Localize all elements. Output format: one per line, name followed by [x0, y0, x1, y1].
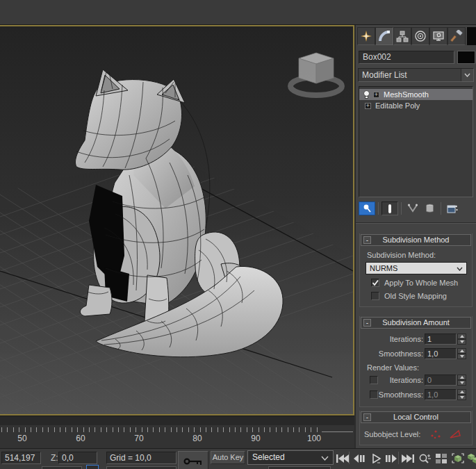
rollout-title: Local Control — [393, 413, 438, 421]
modifier-list-dropdown[interactable]: Modifier List — [358, 68, 474, 82]
zoom-extents-all-icon — [466, 452, 476, 464]
frame-label: 70 — [134, 434, 143, 443]
iterations-label: Iterations: — [390, 335, 423, 343]
status-bar: 514,197 Z: 0,0 Grid = 10,0 Auto Key Sele… — [0, 448, 476, 469]
status-second-row-field — [42, 466, 82, 469]
subobject-edge-icon[interactable] — [448, 429, 462, 439]
checkbox-unchecked[interactable] — [370, 376, 378, 384]
lightbulb-icon[interactable] — [363, 90, 370, 99]
smoothness-field[interactable]: 1,0 — [425, 348, 457, 359]
rollout-header[interactable]: - Local Control — [361, 411, 471, 423]
show-end-result-button[interactable] — [381, 201, 398, 215]
zoom-extents-button[interactable] — [450, 452, 466, 464]
modifier-name: MeshSmooth — [384, 90, 429, 99]
next-frame-icon — [385, 454, 397, 463]
frame-label: 80 — [192, 434, 202, 443]
iterations-spinner[interactable] — [457, 334, 466, 345]
object-name-field[interactable]: Box002 — [359, 51, 454, 64]
render-smoothness-field[interactable]: 1,0 — [425, 389, 457, 400]
previous-frame-button[interactable] — [352, 452, 367, 464]
old-style-mapping-row[interactable]: Old Style Mapping — [363, 289, 469, 302]
checkbox-unchecked[interactable] — [371, 292, 379, 300]
rollout-subdivision-amount: - Subdivision Amount Iterations: 1 Smoot… — [359, 316, 473, 407]
tab-utilities[interactable] — [448, 27, 466, 45]
play-button[interactable] — [368, 452, 384, 464]
checkbox-label: Old Style Mapping — [384, 292, 447, 300]
tab-create[interactable] — [357, 27, 375, 45]
collapse-icon[interactable]: - — [363, 413, 371, 421]
modify-icon — [378, 30, 391, 42]
status-second-row-toggle — [86, 465, 99, 469]
iterations-row: Iterations: 1 — [363, 332, 469, 347]
divider — [349, 452, 350, 464]
fox-model[interactable] — [76, 69, 284, 357]
render-smoothness-spinner[interactable] — [457, 389, 466, 400]
tab-motion[interactable] — [411, 27, 429, 45]
zoom-all-icon — [435, 453, 448, 464]
stack-row-editable-poly[interactable]: + Editable Poly — [359, 100, 473, 111]
stack-row-meshsmooth[interactable]: + MeshSmooth — [359, 89, 473, 100]
make-unique-button[interactable] — [404, 201, 421, 215]
checkbox-checked[interactable] — [371, 279, 379, 287]
viewcube[interactable] — [290, 53, 342, 95]
nurms-value: NURMS — [370, 264, 397, 272]
grid-size-field: Grid = 10,0 — [106, 452, 177, 464]
zoom-all-button[interactable] — [434, 452, 449, 464]
track-bar[interactable] — [0, 415, 354, 425]
collapse-icon[interactable]: - — [363, 236, 371, 244]
expand-icon[interactable]: + — [373, 92, 379, 98]
chevron-down-icon — [321, 456, 329, 461]
nurms-dropdown[interactable]: NURMS — [366, 262, 467, 274]
set-keys-button[interactable] — [178, 451, 208, 469]
apply-whole-mesh-row[interactable]: Apply To Whole Mesh — [363, 276, 469, 289]
subobject-vertex-icon[interactable] — [430, 429, 443, 439]
status-second-row-field — [268, 466, 331, 469]
trash-icon — [425, 204, 434, 214]
go-to-end-button[interactable] — [400, 452, 416, 464]
rollout-header[interactable]: - Subdivision Method — [361, 234, 471, 246]
zoom-icon — [418, 453, 432, 464]
auto-key-button[interactable]: Auto Key — [211, 451, 245, 464]
modifier-name: Editable Poly — [375, 101, 420, 110]
method-label: Subdivision Method: — [363, 251, 469, 259]
remove-modifier-button[interactable] — [421, 201, 438, 215]
modifier-stack[interactable]: + MeshSmooth + Editable Poly — [359, 86, 473, 197]
timeline-ruler[interactable]: 50 60 70 80 90 100 — [0, 425, 354, 448]
selection-filter-dropdown[interactable]: Selected — [247, 450, 334, 465]
zoom-extents-all-button[interactable] — [466, 452, 476, 464]
object-color-swatch[interactable] — [457, 51, 475, 64]
render-smoothness-label: Smoothness: — [379, 390, 423, 399]
tab-hierarchy[interactable] — [393, 27, 411, 45]
coordinate-z-field[interactable]: 0,0 — [58, 452, 97, 464]
viewport-canvas[interactable] — [0, 26, 353, 414]
motion-icon — [414, 30, 427, 42]
perspective-viewport[interactable] — [0, 25, 354, 415]
iterations-field[interactable]: 1 — [425, 334, 457, 345]
coordinate-x-field[interactable]: 514,197 — [1, 452, 41, 464]
tab-display[interactable] — [429, 27, 448, 45]
collapse-icon[interactable]: - — [363, 319, 371, 327]
render-iterations-field[interactable]: 0 — [425, 375, 457, 386]
divider — [441, 202, 441, 215]
subobject-level-label: Subobject Level: — [363, 430, 420, 438]
hierarchy-icon — [396, 30, 409, 42]
z-label: Z: — [51, 453, 58, 463]
render-iterations-label: Iterations: — [390, 376, 423, 384]
previous-frame-icon — [353, 454, 366, 463]
pin-icon — [362, 204, 372, 213]
expand-icon[interactable]: + — [365, 103, 371, 109]
rollout-title: Subdivision Method — [382, 236, 449, 244]
checkbox-unchecked[interactable] — [370, 390, 378, 399]
divider — [378, 202, 379, 215]
render-values-label: Render Values: — [363, 361, 469, 373]
rollout-header[interactable]: - Subdivision Amount — [361, 317, 471, 329]
next-frame-button[interactable] — [384, 452, 399, 464]
pin-stack-button[interactable] — [359, 201, 375, 215]
make-unique-icon — [407, 204, 418, 213]
smoothness-spinner[interactable] — [457, 348, 466, 359]
render-iterations-spinner[interactable] — [457, 375, 466, 386]
zoom-button[interactable] — [417, 452, 432, 464]
go-to-start-button[interactable] — [335, 452, 350, 464]
configure-modifier-sets-button[interactable] — [444, 201, 461, 215]
tab-modify[interactable] — [375, 27, 393, 45]
